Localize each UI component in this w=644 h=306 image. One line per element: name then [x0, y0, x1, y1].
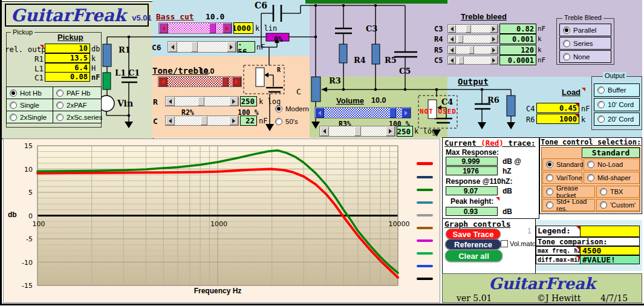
save-trace-button[interactable]: Save Trace: [446, 229, 501, 239]
tb-c5-slider[interactable]: [447, 56, 498, 65]
tone-opt-grease-bucket[interactable]: Grease bucket: [542, 186, 595, 198]
tone-opt-standard[interactable]: Standard: [542, 158, 582, 171]
slider-track[interactable]: [456, 46, 490, 54]
tone-mode-50s[interactable]: 50's: [275, 118, 298, 125]
slider-right-button[interactable]: [490, 56, 498, 64]
slider-thumb[interactable]: [191, 42, 198, 52]
tone-mode-modern[interactable]: Modern: [275, 105, 309, 112]
svg-text:10: 10: [24, 166, 33, 174]
legend-value[interactable]: [580, 226, 640, 237]
tone-opt-std-load-res[interactable]: Std+ Load res.: [542, 199, 595, 211]
output-mode-buffer[interactable]: Buffer: [594, 83, 640, 97]
tone-opt-custom[interactable]: 'Custom': [596, 199, 640, 211]
output-mode-10-cord[interactable]: 10' Cord: [594, 98, 640, 111]
slider-left-button[interactable]: [158, 77, 168, 86]
pickup-l1-value[interactable]: 6.4: [45, 63, 90, 73]
slider-thumb[interactable]: [466, 25, 471, 33]
volume-r3-slider[interactable]: [319, 126, 395, 137]
slider-right-button[interactable]: [402, 108, 411, 118]
slider-right-button[interactable]: [232, 77, 241, 86]
tb-r5-slider[interactable]: [447, 45, 498, 54]
c4-value[interactable]: 0.45: [536, 103, 579, 113]
bass-cut-value[interactable]: 1000: [233, 22, 253, 34]
slider-track[interactable]: [175, 116, 229, 125]
tone-opt-tbx[interactable]: TBX: [596, 186, 640, 198]
slider-thumb[interactable]: [458, 35, 463, 43]
tone-opt-varitone[interactable]: VariTone: [542, 172, 582, 184]
slider-right-button[interactable]: [490, 35, 498, 43]
tb-r4-value[interactable]: 0.001: [499, 34, 536, 44]
tb-r4-slider[interactable]: [447, 34, 498, 44]
slider-track[interactable]: [168, 23, 223, 33]
tone-main-slider[interactable]: [158, 76, 242, 87]
pickup-type-single[interactable]: Single: [6, 99, 53, 111]
bass-cut-slider[interactable]: [158, 22, 232, 34]
max-freq-value[interactable]: 4500: [580, 246, 640, 255]
slider-thumb[interactable]: [198, 97, 204, 106]
slider-track[interactable]: [177, 42, 227, 52]
tb-r5-value[interactable]: 120: [499, 45, 536, 55]
tb-c5-value[interactable]: 0.0001: [499, 55, 536, 65]
slider-thumb[interactable]: [209, 23, 216, 33]
pickup-rel-output-value[interactable]: 10: [45, 44, 90, 53]
pickup-type-2xsc-series[interactable]: 2xSc.series: [53, 111, 102, 123]
slider-track[interactable]: [324, 108, 402, 118]
slider-left-button[interactable]: [315, 108, 324, 118]
tone-c-value[interactable]: 22: [240, 116, 257, 126]
slider-left-button[interactable]: [159, 23, 168, 33]
slider-left-button[interactable]: [448, 35, 456, 43]
slider-left-button[interactable]: [320, 126, 329, 136]
slider-thumb[interactable]: [458, 56, 464, 64]
tb-c3-slider[interactable]: [447, 24, 498, 33]
slider-thumb[interactable]: [389, 108, 396, 118]
tone-r-slider[interactable]: [165, 96, 239, 106]
slider-thumb[interactable]: [354, 126, 361, 136]
output-mode-20-cord[interactable]: 20' Cord: [594, 112, 640, 126]
vol-match-checkbox[interactable]: [501, 240, 508, 247]
slider-left-button[interactable]: [448, 56, 456, 64]
pickup-c1-value[interactable]: 0.08: [45, 72, 90, 82]
tone-opt-mid-shaper[interactable]: Mid-shaper: [584, 172, 640, 184]
slider-right-button[interactable]: [490, 46, 498, 54]
slider-thumb[interactable]: [201, 116, 207, 125]
slider-track[interactable]: [168, 77, 232, 86]
tb-mode-parallel[interactable]: Parallel: [559, 24, 611, 36]
slider-track[interactable]: [329, 126, 386, 136]
pickup-type-2xpaf[interactable]: 2xPAF: [53, 99, 102, 111]
tb-c3-value[interactable]: 0.82: [499, 24, 536, 34]
slider-right-button[interactable]: [386, 126, 395, 136]
slider-right-button[interactable]: [490, 25, 498, 33]
slider-track[interactable]: [456, 25, 490, 33]
slider-left-button[interactable]: [166, 97, 175, 106]
tb-mode-none[interactable]: None: [559, 50, 611, 63]
tb-mode-series[interactable]: Series: [559, 37, 611, 50]
slider-right-button[interactable]: [223, 23, 232, 33]
volume-slider[interactable]: [314, 107, 411, 119]
slider-track[interactable]: [175, 97, 229, 106]
c6-value[interactable]: . 56: [237, 41, 255, 53]
clear-all-button[interactable]: Clear all: [445, 250, 503, 262]
slider-right-button[interactable]: [229, 97, 238, 106]
slider-thumb[interactable]: [469, 46, 474, 54]
c1-label: C1: [128, 68, 140, 77]
slider-left-button[interactable]: [448, 25, 456, 33]
c6-slider[interactable]: [168, 41, 236, 53]
pickup-r1-value[interactable]: 13.5: [45, 53, 90, 63]
pickup-type-hot-hb[interactable]: Hot Hb: [6, 86, 53, 99]
slider-left-button[interactable]: [448, 46, 456, 54]
slider-right-button[interactable]: [229, 116, 238, 125]
pickup-type-2xsingle[interactable]: 2xSingle: [6, 111, 53, 123]
slider-track[interactable]: [456, 56, 490, 64]
tone-r-value[interactable]: 250: [240, 96, 257, 106]
r6-value[interactable]: 1000: [536, 114, 579, 124]
slider-left-button[interactable]: [168, 42, 177, 52]
slider-thumb[interactable]: [222, 77, 229, 86]
tone-c-slider[interactable]: [165, 116, 239, 126]
slider-track[interactable]: [456, 35, 490, 43]
reference-button[interactable]: Reference: [445, 239, 501, 250]
volume-value[interactable]: 250: [397, 126, 413, 137]
tone-opt-no-load[interactable]: No-Load: [584, 158, 640, 171]
slider-right-button[interactable]: [227, 42, 236, 52]
pickup-type-paf-hb[interactable]: PAF Hb: [53, 86, 102, 99]
slider-left-button[interactable]: [166, 116, 175, 125]
